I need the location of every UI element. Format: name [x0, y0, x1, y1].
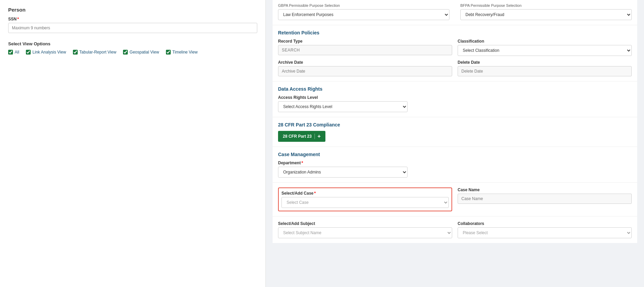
collaborators-label: Collaborators: [458, 221, 632, 226]
select-add-case-row: Select/Add Case* Select Case Case Name: [273, 183, 637, 216]
case-management-section: Case Management Department* Organization…: [273, 147, 637, 183]
delete-date-label: Delete Date: [458, 60, 632, 65]
case-name-col: Case Name: [458, 187, 632, 211]
ssn-input[interactable]: [8, 23, 257, 33]
cfr-button-divider: [315, 134, 315, 139]
right-panel: GBPA Permissible Purpose Selection Law E…: [266, 0, 644, 287]
case-required-star: *: [314, 191, 316, 196]
cfr-plus-icon: +: [318, 133, 321, 139]
ssn-required-star: *: [17, 17, 19, 21]
checkbox-geo-input[interactable]: [123, 50, 128, 55]
checkbox-timeline-input[interactable]: [166, 50, 171, 55]
case-mgmt-title: Case Management: [278, 152, 632, 157]
gbpa-col: GBPA Permissible Purpose Selection Law E…: [278, 3, 455, 20]
record-type-search-input[interactable]: [278, 45, 452, 55]
delete-date-input[interactable]: [458, 66, 632, 76]
checkbox-link-analysis[interactable]: Link Analysis View: [26, 50, 66, 55]
checkbox-all[interactable]: All: [8, 50, 19, 55]
select-add-case-label: Select/Add Case*: [281, 191, 449, 196]
bfpa-col: BFPA Permissible Purpose Selection Debt …: [455, 3, 632, 20]
department-required-star: *: [302, 161, 303, 165]
checkbox-timeline[interactable]: Timeline View: [166, 50, 198, 55]
person-section-title: Person: [8, 7, 257, 13]
record-classification-row: Record Type Classification Select Classi…: [278, 39, 632, 56]
delete-date-col: Delete Date: [458, 60, 632, 76]
bfpa-header: BFPA Permissible Purpose Selection: [460, 3, 632, 7]
select-add-case-col: Select/Add Case* Select Case: [278, 187, 452, 211]
checkbox-tabular-report[interactable]: Tabular-Report View: [73, 50, 117, 55]
department-label: Department*: [278, 161, 632, 165]
select-add-subject-col: Select/Add Subject Select Subject Name: [278, 221, 452, 238]
view-options-section: Select View Options All Link Analysis Vi…: [8, 41, 257, 55]
checkboxes-row: All Link Analysis View Tabular-Report Vi…: [8, 50, 257, 55]
select-add-subject-label: Select/Add Subject: [278, 221, 452, 226]
checkbox-geospatial[interactable]: Geospatial View: [123, 50, 159, 55]
record-type-col: Record Type: [278, 39, 452, 56]
data-access-rights-section: Data Access Rights Access Rights Level S…: [273, 81, 637, 117]
left-panel: Person SSN* Select View Options All Link…: [0, 0, 266, 287]
access-rights-label: Access Rights Level: [278, 95, 632, 100]
gbpa-select[interactable]: Law Enforcement Purposes: [278, 9, 449, 20]
data-access-rights-title: Data Access Rights: [278, 86, 632, 92]
cfr-button-label: 28 CFR Part 23: [283, 134, 312, 139]
classification-label: Classification: [458, 39, 632, 44]
dates-row: Archive Date Delete Date: [278, 60, 632, 76]
view-options-label: Select View Options: [8, 41, 257, 46]
archive-date-input[interactable]: [278, 66, 452, 76]
ssn-label: SSN*: [8, 17, 257, 21]
subject-collaborators-row: Select/Add Subject Select Subject Name C…: [273, 216, 637, 243]
cfr-title: 28 CFR Part 23 Compliance: [278, 122, 632, 127]
checkbox-all-input[interactable]: [8, 50, 13, 55]
department-select[interactable]: Organization Admins: [278, 167, 408, 178]
select-case-highlighted-box: Select/Add Case* Select Case: [278, 187, 452, 211]
retention-policies-section: Retention Policies Record Type Classific…: [273, 25, 637, 81]
case-name-input[interactable]: [458, 194, 632, 204]
classification-select[interactable]: Select Classification: [458, 45, 632, 56]
cfr-section: 28 CFR Part 23 Compliance 28 CFR Part 23…: [273, 117, 637, 147]
top-dropdowns-row: GBPA Permissible Purpose Selection Law E…: [273, 0, 637, 25]
archive-date-col: Archive Date: [278, 60, 452, 76]
collaborators-dropdown[interactable]: Please Select: [458, 227, 632, 238]
select-subject-dropdown[interactable]: Select Subject Name: [278, 227, 452, 238]
archive-date-label: Archive Date: [278, 60, 452, 65]
gbpa-header: GBPA Permissible Purpose Selection: [278, 3, 449, 7]
case-name-label: Case Name: [458, 187, 632, 192]
select-case-dropdown[interactable]: Select Case: [281, 197, 449, 208]
retention-policies-title: Retention Policies: [278, 30, 632, 35]
classification-col: Classification Select Classification: [458, 39, 632, 56]
collaborators-col: Collaborators Please Select: [458, 221, 632, 238]
access-rights-select[interactable]: Select Access Rights Level: [278, 101, 408, 112]
cfr-button[interactable]: 28 CFR Part 23 +: [278, 131, 325, 142]
bfpa-select[interactable]: Debt Recovery/Fraud: [460, 9, 632, 20]
checkbox-link-input[interactable]: [26, 50, 31, 55]
checkbox-tabular-input[interactable]: [73, 50, 78, 55]
record-type-label: Record Type: [278, 39, 452, 44]
